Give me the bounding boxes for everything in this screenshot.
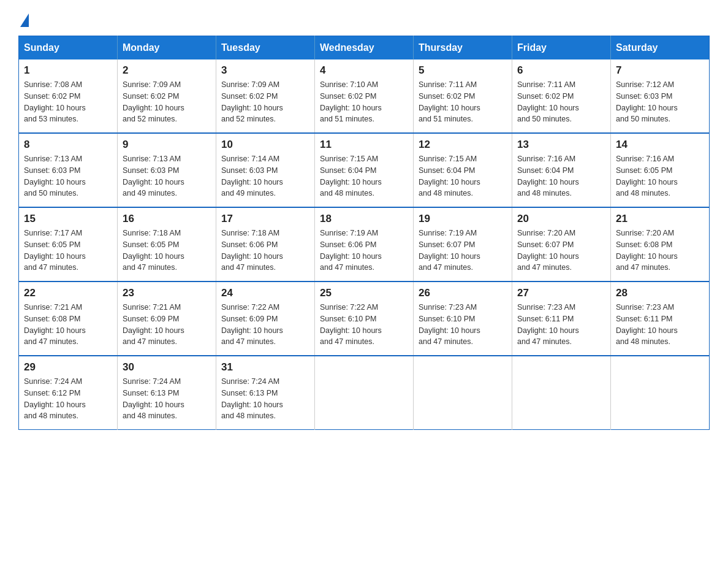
logo — [18, 12, 29, 23]
table-row: 17 Sunrise: 7:18 AM Sunset: 6:06 PM Dayl… — [216, 207, 315, 282]
table-row: 22 Sunrise: 7:21 AM Sunset: 6:08 PM Dayl… — [19, 282, 118, 356]
day-number: 2 — [123, 64, 211, 77]
col-sunday: Sunday — [19, 36, 118, 60]
day-number: 22 — [24, 287, 112, 299]
day-info: Sunrise: 7:13 AM Sunset: 6:03 PM Dayligh… — [24, 153, 112, 199]
day-info: Sunrise: 7:18 AM Sunset: 6:05 PM Dayligh… — [123, 228, 211, 274]
day-number: 25 — [320, 287, 408, 299]
col-wednesday: Wednesday — [315, 36, 414, 60]
day-info: Sunrise: 7:19 AM Sunset: 6:06 PM Dayligh… — [320, 228, 408, 274]
table-row: 9 Sunrise: 7:13 AM Sunset: 6:03 PM Dayli… — [118, 133, 216, 207]
table-row: 7 Sunrise: 7:12 AM Sunset: 6:03 PM Dayli… — [611, 59, 710, 133]
table-row: 3 Sunrise: 7:09 AM Sunset: 6:02 PM Dayli… — [216, 59, 315, 133]
table-row: 11 Sunrise: 7:15 AM Sunset: 6:04 PM Dayl… — [315, 133, 414, 207]
col-friday: Friday — [512, 36, 611, 60]
day-number: 10 — [221, 139, 309, 151]
day-number: 30 — [123, 361, 211, 373]
col-thursday: Thursday — [414, 36, 512, 60]
calendar-week-row: 29 Sunrise: 7:24 AM Sunset: 6:12 PM Dayl… — [19, 356, 710, 430]
calendar-week-row: 22 Sunrise: 7:21 AM Sunset: 6:08 PM Dayl… — [19, 282, 710, 356]
table-row: 1 Sunrise: 7:08 AM Sunset: 6:02 PM Dayli… — [19, 59, 118, 133]
logo-triangle-icon — [20, 13, 29, 27]
table-row: 26 Sunrise: 7:23 AM Sunset: 6:10 PM Dayl… — [414, 282, 512, 356]
day-number: 3 — [221, 64, 309, 77]
day-info: Sunrise: 7:19 AM Sunset: 6:07 PM Dayligh… — [419, 228, 507, 274]
day-info: Sunrise: 7:10 AM Sunset: 6:02 PM Dayligh… — [320, 79, 408, 125]
table-row: 13 Sunrise: 7:16 AM Sunset: 6:04 PM Dayl… — [512, 133, 611, 207]
table-row: 31 Sunrise: 7:24 AM Sunset: 6:13 PM Dayl… — [216, 356, 315, 430]
calendar-table: Sunday Monday Tuesday Wednesday Thursday… — [18, 36, 710, 430]
calendar-body: 1 Sunrise: 7:08 AM Sunset: 6:02 PM Dayli… — [19, 59, 710, 430]
table-row: 30 Sunrise: 7:24 AM Sunset: 6:13 PM Dayl… — [118, 356, 216, 430]
day-number: 23 — [123, 287, 211, 299]
header-row: Sunday Monday Tuesday Wednesday Thursday… — [19, 36, 710, 60]
day-number: 4 — [320, 64, 408, 77]
day-info: Sunrise: 7:11 AM Sunset: 6:02 PM Dayligh… — [419, 79, 507, 125]
day-number: 26 — [419, 287, 507, 299]
day-number: 15 — [24, 213, 112, 225]
table-row — [414, 356, 512, 430]
day-info: Sunrise: 7:21 AM Sunset: 6:08 PM Dayligh… — [24, 302, 112, 348]
table-row: 4 Sunrise: 7:10 AM Sunset: 6:02 PM Dayli… — [315, 59, 414, 133]
table-row: 21 Sunrise: 7:20 AM Sunset: 6:08 PM Dayl… — [611, 207, 710, 282]
table-row: 2 Sunrise: 7:09 AM Sunset: 6:02 PM Dayli… — [118, 59, 216, 133]
day-number: 19 — [419, 213, 507, 225]
calendar-week-row: 1 Sunrise: 7:08 AM Sunset: 6:02 PM Dayli… — [19, 59, 710, 133]
table-row: 14 Sunrise: 7:16 AM Sunset: 6:05 PM Dayl… — [611, 133, 710, 207]
table-row: 24 Sunrise: 7:22 AM Sunset: 6:09 PM Dayl… — [216, 282, 315, 356]
table-row: 27 Sunrise: 7:23 AM Sunset: 6:11 PM Dayl… — [512, 282, 611, 356]
calendar-week-row: 8 Sunrise: 7:13 AM Sunset: 6:03 PM Dayli… — [19, 133, 710, 207]
day-info: Sunrise: 7:15 AM Sunset: 6:04 PM Dayligh… — [419, 153, 507, 199]
day-info: Sunrise: 7:21 AM Sunset: 6:09 PM Dayligh… — [123, 302, 211, 348]
day-number: 11 — [320, 139, 408, 151]
table-row — [611, 356, 710, 430]
table-row: 19 Sunrise: 7:19 AM Sunset: 6:07 PM Dayl… — [414, 207, 512, 282]
day-info: Sunrise: 7:09 AM Sunset: 6:02 PM Dayligh… — [221, 79, 309, 125]
day-number: 24 — [221, 287, 309, 299]
day-info: Sunrise: 7:16 AM Sunset: 6:04 PM Dayligh… — [517, 153, 605, 199]
day-number: 5 — [419, 64, 507, 77]
table-row — [315, 356, 414, 430]
table-row: 23 Sunrise: 7:21 AM Sunset: 6:09 PM Dayl… — [118, 282, 216, 356]
table-row: 20 Sunrise: 7:20 AM Sunset: 6:07 PM Dayl… — [512, 207, 611, 282]
day-number: 20 — [517, 213, 605, 225]
col-saturday: Saturday — [611, 36, 710, 60]
day-number: 18 — [320, 213, 408, 225]
table-row: 18 Sunrise: 7:19 AM Sunset: 6:06 PM Dayl… — [315, 207, 414, 282]
table-row: 29 Sunrise: 7:24 AM Sunset: 6:12 PM Dayl… — [19, 356, 118, 430]
day-info: Sunrise: 7:23 AM Sunset: 6:10 PM Dayligh… — [419, 302, 507, 348]
day-info: Sunrise: 7:24 AM Sunset: 6:13 PM Dayligh… — [221, 376, 309, 422]
day-info: Sunrise: 7:18 AM Sunset: 6:06 PM Dayligh… — [221, 228, 309, 274]
day-number: 28 — [616, 287, 704, 299]
table-row: 6 Sunrise: 7:11 AM Sunset: 6:02 PM Dayli… — [512, 59, 611, 133]
day-info: Sunrise: 7:13 AM Sunset: 6:03 PM Dayligh… — [123, 153, 211, 199]
page-header — [18, 12, 710, 23]
day-info: Sunrise: 7:14 AM Sunset: 6:03 PM Dayligh… — [221, 153, 309, 199]
table-row: 8 Sunrise: 7:13 AM Sunset: 6:03 PM Dayli… — [19, 133, 118, 207]
day-info: Sunrise: 7:24 AM Sunset: 6:13 PM Dayligh… — [123, 376, 211, 422]
day-number: 29 — [24, 361, 112, 373]
day-number: 14 — [616, 139, 704, 151]
table-row: 15 Sunrise: 7:17 AM Sunset: 6:05 PM Dayl… — [19, 207, 118, 282]
day-info: Sunrise: 7:22 AM Sunset: 6:10 PM Dayligh… — [320, 302, 408, 348]
day-info: Sunrise: 7:16 AM Sunset: 6:05 PM Dayligh… — [616, 153, 704, 199]
table-row: 10 Sunrise: 7:14 AM Sunset: 6:03 PM Dayl… — [216, 133, 315, 207]
table-row: 12 Sunrise: 7:15 AM Sunset: 6:04 PM Dayl… — [414, 133, 512, 207]
day-info: Sunrise: 7:15 AM Sunset: 6:04 PM Dayligh… — [320, 153, 408, 199]
day-number: 9 — [123, 139, 211, 151]
day-number: 21 — [616, 213, 704, 225]
day-number: 27 — [517, 287, 605, 299]
day-info: Sunrise: 7:11 AM Sunset: 6:02 PM Dayligh… — [517, 79, 605, 125]
day-info: Sunrise: 7:12 AM Sunset: 6:03 PM Dayligh… — [616, 79, 704, 125]
day-number: 17 — [221, 213, 309, 225]
col-monday: Monday — [118, 36, 216, 60]
day-info: Sunrise: 7:08 AM Sunset: 6:02 PM Dayligh… — [24, 79, 112, 125]
col-tuesday: Tuesday — [216, 36, 315, 60]
day-number: 1 — [24, 64, 112, 77]
day-info: Sunrise: 7:20 AM Sunset: 6:07 PM Dayligh… — [517, 228, 605, 274]
day-info: Sunrise: 7:22 AM Sunset: 6:09 PM Dayligh… — [221, 302, 309, 348]
day-number: 16 — [123, 213, 211, 225]
day-number: 31 — [221, 361, 309, 373]
day-number: 6 — [517, 64, 605, 77]
table-row: 25 Sunrise: 7:22 AM Sunset: 6:10 PM Dayl… — [315, 282, 414, 356]
